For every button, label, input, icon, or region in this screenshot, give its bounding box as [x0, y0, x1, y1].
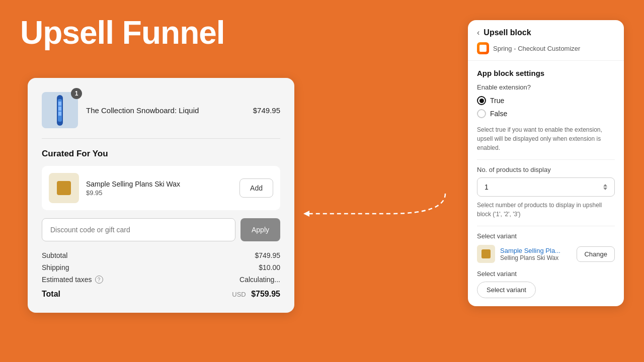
- panel-back-row: ‹ Upsell block: [477, 28, 615, 37]
- upsell-info: Sample Selling Plans Ski Wax $9.95: [86, 180, 232, 197]
- total-currency: USD: [232, 291, 246, 298]
- select-variant-button[interactable]: Select variant: [477, 282, 536, 298]
- section-title: App block settings: [477, 69, 615, 77]
- total-row: Total USD $759.95: [42, 290, 280, 299]
- divider-2: [477, 226, 615, 226]
- app-icon: [477, 42, 489, 54]
- svg-rect-2: [58, 102, 61, 106]
- discount-input[interactable]: [42, 218, 235, 241]
- variant-row: Sample Selling Pla... Selling Plans Ski …: [477, 245, 615, 263]
- select-arrow-down: [603, 188, 607, 190]
- totals: Subtotal $749.95 Shipping $10.00 Estimat…: [42, 251, 280, 299]
- variant-image: [477, 245, 495, 263]
- num-products-label: No. of products to display: [477, 166, 615, 173]
- enable-desc: Select true if you want to enable the ex…: [477, 125, 615, 152]
- info-icon: ?: [95, 276, 103, 284]
- back-arrow[interactable]: ‹: [477, 28, 479, 37]
- discount-row: Apply: [42, 218, 280, 241]
- wax-icon: [57, 181, 71, 195]
- curated-title: Curated For You: [42, 149, 280, 159]
- add-button[interactable]: Add: [239, 178, 273, 198]
- radio-false[interactable]: False: [477, 109, 615, 118]
- variant-name: Sample Selling Pla...: [500, 247, 572, 254]
- radio-true-circle: [477, 96, 486, 105]
- select-box[interactable]: 1: [477, 177, 615, 197]
- product-row: 1 The Collection Snowboard: Liquid $749.…: [42, 92, 280, 139]
- total-label: Total: [42, 290, 60, 299]
- select-arrow-up: [603, 184, 607, 187]
- radio-false-label: False: [490, 110, 507, 118]
- taxes-label: Estimated taxes: [42, 276, 92, 284]
- total-value-wrap: USD $759.95: [232, 290, 280, 299]
- apply-button[interactable]: Apply: [240, 218, 280, 241]
- shipping-value: $10.00: [259, 263, 280, 272]
- subtotal-label: Subtotal: [42, 251, 67, 259]
- radio-true-dot: [479, 99, 484, 103]
- taxes-label-wrap: Estimated taxes ?: [42, 276, 103, 284]
- variant-subname: Selling Plans Ski Wax: [500, 254, 572, 261]
- subtotal-row: Subtotal $749.95: [42, 251, 280, 259]
- upsell-image: [49, 173, 79, 203]
- radio-group: True False: [477, 96, 615, 118]
- product-name: The Collection Snowboard: Liquid: [86, 106, 245, 115]
- taxes-value: Calculating...: [239, 276, 280, 284]
- product-badge: 1: [71, 88, 82, 99]
- select-value: 1: [485, 183, 489, 191]
- variant-wax-icon: [481, 249, 491, 258]
- panel-header: ‹ Upsell block Spring - Checkout Customi…: [468, 20, 624, 61]
- select-arrows: [603, 184, 607, 190]
- shipping-label: Shipping: [42, 263, 69, 272]
- shipping-row: Shipping $10.00: [42, 263, 280, 272]
- divider-1: [477, 159, 615, 160]
- svg-rect-3: [58, 107, 61, 111]
- select-variant-label-2: Select variant: [477, 270, 615, 278]
- panel-title: Upsell block: [484, 28, 531, 37]
- variant-info: Sample Selling Pla... Selling Plans Ski …: [500, 247, 572, 261]
- checkout-card: 1 The Collection Snowboard: Liquid $749.…: [28, 78, 294, 313]
- radio-false-circle: [477, 109, 486, 118]
- change-button[interactable]: Change: [577, 246, 615, 262]
- panel-app-row: Spring - Checkout Customizer: [477, 42, 615, 54]
- enable-label: Enable extension?: [477, 83, 615, 91]
- upsell-item: Sample Selling Plans Ski Wax $9.95 Add: [42, 166, 280, 210]
- upsell-price: $9.95: [86, 189, 232, 197]
- total-value: $759.95: [251, 290, 280, 298]
- svg-marker-5: [303, 211, 309, 217]
- upsell-name: Sample Selling Plans Ski Wax: [86, 180, 232, 188]
- app-icon-inner: [479, 45, 487, 52]
- num-products-desc: Select number of products to display in …: [477, 201, 615, 219]
- taxes-row: Estimated taxes ? Calculating...: [42, 276, 280, 284]
- connector-arrow: [299, 184, 450, 234]
- radio-true[interactable]: True: [477, 96, 615, 105]
- svg-rect-4: [58, 112, 61, 116]
- panel-body: App block settings Enable extension? Tru…: [468, 61, 624, 306]
- radio-true-label: True: [490, 97, 504, 105]
- settings-panel: ‹ Upsell block Spring - Checkout Customi…: [468, 20, 624, 306]
- product-price: $749.95: [253, 106, 280, 115]
- page-title: Upsell Funnel: [20, 14, 225, 51]
- product-image-wrap: 1: [42, 92, 78, 128]
- select-variant-label: Select variant: [477, 232, 615, 240]
- app-name: Spring - Checkout Customizer: [493, 45, 580, 52]
- subtotal-value: $749.95: [255, 251, 280, 259]
